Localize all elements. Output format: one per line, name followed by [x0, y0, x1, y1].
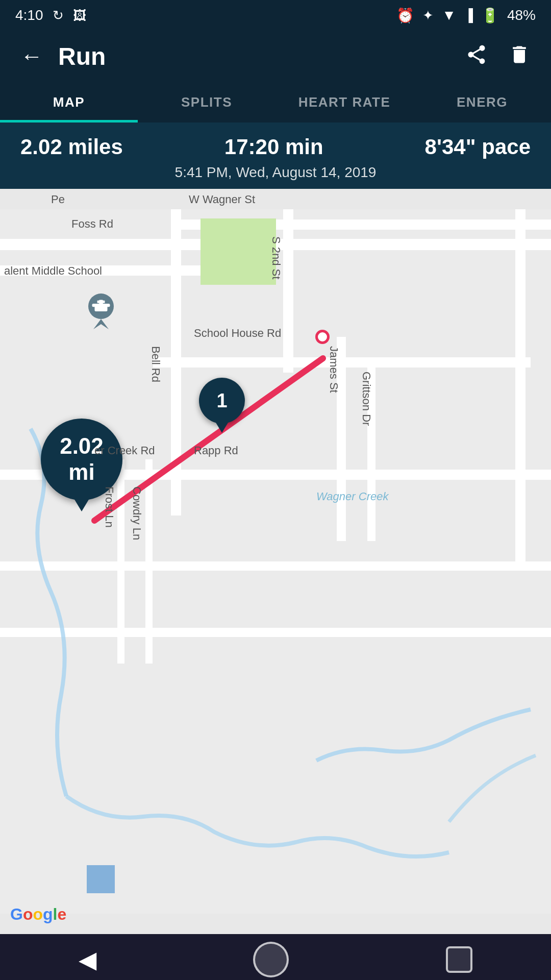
label-er-creek: er Creek Rd	[94, 444, 155, 457]
label-james-st: James St	[327, 346, 340, 393]
recents-nav-button[interactable]	[446, 946, 472, 973]
tab-splits[interactable]: SPLITS	[138, 82, 276, 122]
label-school-house: School House Rd	[194, 327, 281, 340]
status-left: 4:10 ↻ 🖼	[15, 7, 86, 23]
stats-row: 2.02 miles 17:20 min 8'34" pace	[20, 135, 531, 159]
label-pe: Pe	[51, 193, 65, 206]
bluetooth-icon: ✦	[422, 8, 434, 23]
label-rapp-rd: Rapp Rd	[194, 444, 238, 457]
stat-duration: 17:20 min	[224, 135, 323, 159]
battery-icon: 🔋	[481, 7, 499, 24]
tab-energy[interactable]: ENERG	[413, 82, 551, 122]
svg-rect-22	[97, 301, 105, 303]
top-nav: ← Run	[0, 31, 551, 82]
recents-square-icon	[446, 946, 472, 973]
signal-icon: ▐	[464, 8, 473, 22]
tab-map[interactable]: MAP	[0, 82, 138, 122]
photo-icon: 🖼	[73, 8, 86, 23]
alarm-icon: ⏰	[396, 7, 414, 24]
status-time: 4:10	[15, 7, 43, 23]
sync-icon: ↻	[53, 8, 64, 23]
share-button[interactable]	[465, 43, 488, 69]
bottom-nav: ◀	[0, 934, 551, 980]
tabs: MAP SPLITS HEART RATE ENERG	[0, 82, 551, 122]
battery-level: 48%	[507, 7, 536, 23]
status-right: ⏰ ✦ ▼ ▐ 🔋 48%	[396, 7, 536, 24]
label-grittson-dr: Grittson Dr	[360, 372, 373, 426]
delete-button[interactable]	[508, 43, 531, 69]
label-s2nd: S 2nd St	[269, 236, 283, 279]
stats-banner: 2.02 miles 17:20 min 8'34" pace 5:41 PM,…	[0, 122, 551, 189]
nav-left: ← Run	[20, 42, 106, 70]
landmark-blue	[87, 865, 115, 893]
google-logo: Google	[10, 905, 66, 924]
back-button[interactable]: ←	[20, 45, 43, 67]
nav-right	[465, 43, 531, 69]
map-area[interactable]: 1 2.02 mi Pe W Wagner St Foss Rd S 2nd S…	[0, 189, 551, 934]
label-cowdry-ln: Cowdry Ln	[130, 486, 143, 540]
label-w-wagner: W Wagner St	[189, 193, 255, 206]
start-dot	[315, 330, 330, 344]
home-nav-button[interactable]	[253, 942, 289, 977]
label-middle-school: alent Middle School	[4, 264, 102, 278]
wifi-icon: ▼	[442, 7, 456, 23]
label-wagner-creek: Wagner Creek	[316, 490, 388, 503]
status-bar: 4:10 ↻ 🖼 ⏰ ✦ ▼ ▐ 🔋 48%	[0, 0, 551, 31]
label-foss-rd: Foss Rd	[71, 217, 113, 231]
label-bell-rd: Bell Rd	[149, 346, 162, 382]
stat-pace: 8'34" pace	[425, 135, 531, 159]
mile-marker-1: 1	[199, 378, 245, 424]
stats-datetime: 5:41 PM, Wed, August 14, 2019	[20, 164, 531, 181]
page-title: Run	[58, 42, 106, 70]
back-nav-button[interactable]: ◀	[79, 946, 96, 973]
school-pin	[86, 293, 116, 335]
tab-heart-rate[interactable]: HEART RATE	[276, 82, 413, 122]
home-circle-icon	[253, 942, 289, 977]
stat-distance: 2.02 miles	[20, 135, 123, 159]
label-frost-ln: Frost Ln	[103, 486, 116, 528]
